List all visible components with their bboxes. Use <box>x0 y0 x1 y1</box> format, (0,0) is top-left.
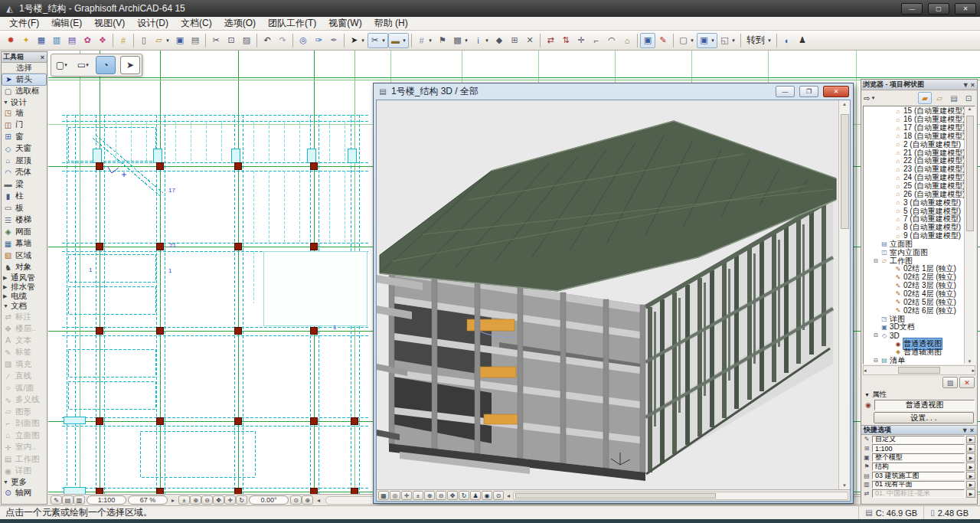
toolbar-button[interactable]: ✑ <box>311 33 326 48</box>
toolbar-button[interactable]: ◆ <box>492 33 507 48</box>
zoom-tool-button[interactable]: ✥ <box>213 495 224 505</box>
toolbox-item[interactable]: ▤ 工作图 <box>2 453 47 466</box>
quick-option-value[interactable]: 结构 <box>872 463 965 471</box>
3d-navigation-tool-button[interactable]: ✛ <box>401 491 412 500</box>
zoom-extra-button[interactable]: ⊙ <box>290 495 302 505</box>
quick-option-row[interactable]: ✎ 自定义 ▶ <box>861 435 977 444</box>
close-icon[interactable]: × <box>40 54 45 61</box>
plan-tool-button[interactable]: ▥ <box>74 495 85 505</box>
plan-tool-button[interactable]: ✎ <box>51 495 62 505</box>
toolbox-item[interactable]: 选择 <box>2 63 47 74</box>
3d-navigation-tool-button[interactable]: ▦ <box>378 491 389 500</box>
toolbar-button[interactable]: ▣ <box>640 33 655 48</box>
toolbar-button[interactable]: ▬ ▾ <box>388 33 409 48</box>
3d-vertical-scrollbar[interactable]: ▲ ▼ <box>838 100 850 489</box>
toolbar-button[interactable]: ✕ <box>522 33 537 48</box>
toolbar-button[interactable] <box>540 34 541 47</box>
toolbar-button[interactable]: ↶ <box>260 33 275 48</box>
3d-close-button[interactable]: ✕ <box>823 86 849 97</box>
menu-item[interactable]: 设计(D) <box>131 17 175 30</box>
zoom-tool-button[interactable]: ↻ <box>236 495 247 505</box>
toolbox-item[interactable]: ◫ 门 <box>2 119 47 132</box>
scroll-up-icon[interactable]: ▲ <box>968 106 972 111</box>
toolbox-item[interactable]: ▧ 区域 <box>2 250 47 262</box>
toolbar-button[interactable]: ♟ <box>795 33 810 48</box>
toolbar-button[interactable] <box>637 34 638 47</box>
menu-item[interactable]: 视图(V) <box>88 17 131 30</box>
rotation-angle-field[interactable]: 0.00° <box>249 495 289 505</box>
flyout-arrow-icon[interactable]: ▶ <box>966 489 975 498</box>
toolbar-button[interactable] <box>292 34 293 47</box>
toolbar-button[interactable] <box>205 34 206 47</box>
minimize-button[interactable]: — <box>901 3 923 15</box>
zoom-extra-button[interactable]: ⊕ <box>302 495 313 505</box>
toolbar-button[interactable]: ▤ <box>188 33 203 48</box>
menu-item[interactable]: 选项(O) <box>218 17 262 30</box>
toolbox-item[interactable]: ✎ 标签 <box>2 347 47 359</box>
3d-navigation-tool-button[interactable]: ◎ <box>390 491 400 500</box>
scroll-left-arrow-icon[interactable]: ◂ <box>315 497 322 504</box>
selection-mode-button[interactable]: ▢ ▾ <box>53 56 73 74</box>
quick-option-value[interactable]: 03 建筑施工图 <box>872 472 965 480</box>
3d-viewport[interactable]: ▲ ▼ ▦◎✛±⊕⊖✥↻♟◉⊙ ◂ <box>376 100 851 502</box>
menu-item[interactable]: 帮助 (H) <box>368 17 414 30</box>
zoom-tool-button[interactable]: ✛ <box>224 495 236 505</box>
toolbox-item[interactable]: ➤ 箭头 <box>2 74 47 86</box>
toolbar-button[interactable]: ✎ <box>655 33 671 48</box>
toolbox-item[interactable]: ⌐ 剖面图 <box>2 418 47 430</box>
plan-tool-button[interactable]: ▤ <box>62 495 74 505</box>
flyout-arrow-icon[interactable]: ▶ <box>966 463 975 471</box>
toolbar-button[interactable]: ▥ <box>49 33 64 48</box>
navigator-map-button[interactable]: ⊡ <box>962 92 975 104</box>
scrollbar-thumb[interactable] <box>515 493 716 498</box>
scale-field[interactable]: 1:100 <box>87 495 126 505</box>
tree-item[interactable]: ▣ 3D文档 <box>864 323 975 332</box>
flyout-arrow-icon[interactable]: ▶ <box>966 453 975 462</box>
quick-option-row[interactable]: ▣ 整个模型 ▶ <box>861 453 977 463</box>
tree-item[interactable]: ✎ 02结 6层 (独立) <box>864 306 975 315</box>
toolbox-item[interactable]: ∿ 多义线 <box>2 394 47 407</box>
scroll-down-icon[interactable]: ▼ <box>842 482 847 489</box>
zoom-tool-button[interactable]: ± <box>178 495 190 505</box>
navigator-action-button[interactable]: ▨ <box>942 377 958 388</box>
3d-restore-button[interactable]: ❐ <box>799 86 818 97</box>
collapse-icon[interactable]: ▼ <box>962 81 970 89</box>
toolbar-button[interactable]: ◱ ▾ <box>717 33 738 48</box>
toolbox-item[interactable]: ✛ 室内.. <box>2 442 47 454</box>
close-icon[interactable]: × <box>970 81 975 89</box>
scroll-down-icon[interactable]: ▼ <box>968 359 972 364</box>
3d-window[interactable]: ▤ 1号楼_结构 3D / 全部 — ❐ ✕ <box>373 83 854 504</box>
toolbox-item[interactable]: ▼ 更多 <box>2 477 47 487</box>
toolbox-item[interactable]: ○ 弧/圆 <box>2 382 47 394</box>
toolbox-item[interactable]: ▶ 电缆 <box>2 292 47 301</box>
tree-item[interactable]: ◫ 室内立面图 <box>864 248 975 257</box>
toolbox-item[interactable]: ▨ 填充 <box>2 358 47 371</box>
scroll-right-icon[interactable]: ▸ <box>972 368 975 374</box>
toolbar-button[interactable]: ⚑ <box>435 33 450 48</box>
toolbar-button[interactable]: ✿ <box>80 33 95 48</box>
toolbar-button[interactable]: ↷ <box>275 33 290 48</box>
project-chooser-button[interactable]: ⇨ ▾ <box>863 92 877 104</box>
quick-option-row[interactable]: ⊞ 1:100 ▶ <box>861 444 977 453</box>
toolbar-button[interactable]: ◐ <box>779 33 795 48</box>
toolbar-button[interactable]: ▨ <box>239 33 254 48</box>
toolbox-item[interactable]: ▱ 图形 <box>2 406 47 418</box>
toolbar-button[interactable] <box>776 34 777 47</box>
toolbar-button[interactable]: ✒ <box>326 33 341 48</box>
quick-option-row[interactable]: ▥ 01 现有平面 ▶ <box>861 480 977 489</box>
expand-collapse-icon[interactable]: ⊟ <box>873 258 879 264</box>
toolbar-button[interactable] <box>673 34 674 47</box>
toolbox-item[interactable]: ✥ 楼层.. <box>2 323 47 335</box>
3d-navigation-tool-button[interactable]: ± <box>413 491 423 500</box>
toolbar-button[interactable]: ▣ <box>172 33 188 48</box>
quick-option-value[interactable]: 01. 中国标注-毫米 <box>872 489 965 498</box>
menu-item[interactable]: 文件(F) <box>3 17 45 30</box>
toolbar-button[interactable]: ⊞ <box>507 33 522 48</box>
3d-navigation-tool-button[interactable]: ◉ <box>482 491 492 500</box>
scroll-up-icon[interactable]: ▲ <box>842 100 847 108</box>
toolbar-button[interactable]: ▣ ▾ <box>697 33 717 48</box>
zoom-tool-button[interactable]: ⊕ <box>190 495 201 505</box>
toolbar-button[interactable]: ▢ ▾ <box>676 33 697 48</box>
3d-navigation-tool-button[interactable]: ↻ <box>459 491 469 500</box>
maximize-button[interactable]: ▢ <box>928 3 949 15</box>
